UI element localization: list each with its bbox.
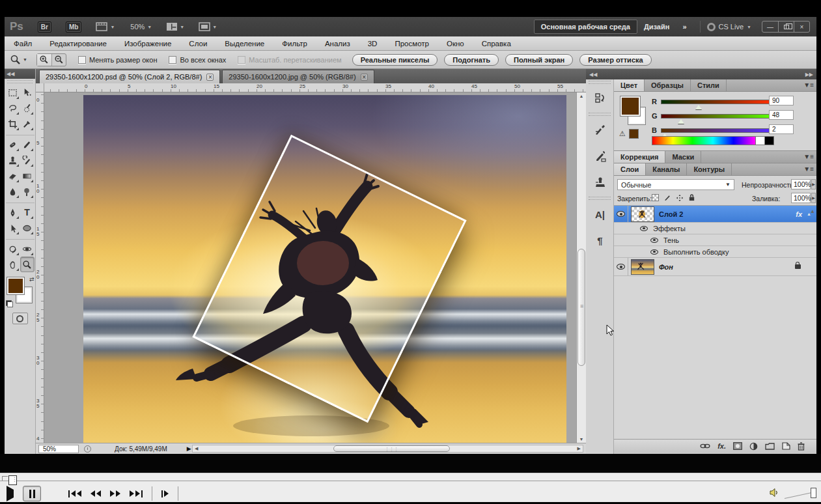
- layer-row-background[interactable]: Фон: [614, 258, 816, 276]
- lasso-tool[interactable]: [6, 100, 20, 116]
- scrollbar-thumb[interactable]: [577, 249, 585, 366]
- minimize-button[interactable]: —: [762, 21, 778, 32]
- fill-spinner[interactable]: ▶: [811, 193, 816, 203]
- canvas-horizontal-scrollbar[interactable]: ◀ ⋮⋮⋮ ▶: [192, 445, 583, 453]
- arrange-documents-button[interactable]: ▼: [166, 22, 184, 31]
- default-colors-icon[interactable]: [6, 300, 12, 306]
- menu-select[interactable]: Выделение: [225, 40, 264, 48]
- document-tab-inactive[interactable]: 29350-1600x1200.jpg @ 50% (RGB/8#) ×: [222, 70, 374, 83]
- scroll-left-icon[interactable]: ◀: [195, 446, 198, 451]
- history-panel-button[interactable]: [586, 85, 614, 111]
- bridge-button[interactable]: Br: [38, 21, 51, 33]
- add-mask-button[interactable]: [733, 442, 742, 450]
- menu-file[interactable]: Файл: [14, 40, 32, 48]
- gamut-color-swatch[interactable]: [630, 130, 638, 138]
- blue-value-field[interactable]: 2: [769, 124, 794, 134]
- resize-windows-checkbox[interactable]: Менять размер окон: [78, 56, 158, 64]
- scroll-up-icon[interactable]: ▲: [577, 94, 586, 98]
- skip-start-button[interactable]: [68, 490, 81, 497]
- dodge-tool[interactable]: [20, 184, 35, 199]
- tab-paths[interactable]: Контуры: [687, 163, 732, 175]
- tools-panel-header[interactable]: ◀◀: [5, 69, 35, 79]
- shadow-effect-row[interactable]: Тень: [614, 234, 816, 246]
- menu-view[interactable]: Просмотр: [395, 40, 429, 48]
- eyedropper-tool[interactable]: [20, 116, 35, 132]
- clone-stamp-tool[interactable]: [6, 152, 20, 168]
- marquee-tool[interactable]: [6, 85, 20, 100]
- layer-row-layer2[interactable]: Слой 2 fx ▲: [614, 206, 816, 223]
- foreground-color-swatch[interactable]: [620, 96, 640, 116]
- pause-button[interactable]: [23, 486, 41, 501]
- close-icon[interactable]: ×: [361, 74, 368, 81]
- menu-window[interactable]: Окно: [447, 40, 464, 48]
- canvas-vertical-scrollbar[interactable]: ▲ ▼: [576, 92, 586, 443]
- opacity-spinner[interactable]: ▶: [811, 179, 816, 189]
- pen-tool[interactable]: [6, 204, 20, 220]
- path-selection-tool[interactable]: [6, 220, 20, 236]
- tab-adjustments[interactable]: Коррекция: [614, 151, 665, 163]
- view-extras-button[interactable]: ▼: [96, 22, 115, 32]
- new-layer-button[interactable]: [782, 442, 790, 450]
- skip-end-button[interactable]: [130, 490, 143, 497]
- eraser-tool[interactable]: [6, 168, 20, 184]
- zoom-level-dropdown[interactable]: 50% ▼: [130, 23, 152, 31]
- workspace-button-primary[interactable]: Основная рабочая среда: [534, 20, 637, 34]
- foreground-color-swatch[interactable]: [7, 277, 24, 294]
- drag-handle[interactable]: [589, 113, 611, 116]
- actual-pixels-button[interactable]: Реальные пикселы: [352, 54, 438, 66]
- volume-handle[interactable]: [811, 488, 816, 498]
- seek-handle[interactable]: [8, 475, 17, 485]
- mini-bridge-button[interactable]: Mb: [66, 21, 81, 33]
- canvas[interactable]: [44, 92, 576, 443]
- panel-menu-icon[interactable]: ▼≡: [803, 81, 814, 89]
- step-forward-button[interactable]: [161, 490, 169, 497]
- tab-layers[interactable]: Слои: [614, 163, 646, 175]
- zoom-tool[interactable]: [20, 257, 35, 272]
- green-slider[interactable]: [661, 114, 772, 119]
- visibility-cell[interactable]: [614, 258, 628, 275]
- play-button[interactable]: [7, 490, 14, 497]
- quick-selection-tool[interactable]: [20, 100, 35, 116]
- link-layers-button[interactable]: [700, 443, 710, 449]
- speaker-icon[interactable]: [770, 488, 780, 497]
- close-icon[interactable]: ×: [206, 74, 214, 81]
- panel-scroll-up-icon[interactable]: ▲: [810, 208, 815, 214]
- cs-live-button[interactable]: CS Live ▼: [707, 23, 751, 31]
- healing-brush-tool[interactable]: [6, 137, 20, 152]
- quick-mask-button[interactable]: [12, 313, 28, 324]
- color-spectrum-ramp[interactable]: [652, 136, 774, 145]
- move-tool[interactable]: [20, 85, 35, 100]
- menu-3d[interactable]: 3D: [368, 40, 378, 48]
- eye-icon[interactable]: [650, 238, 658, 243]
- workspace-button-design[interactable]: Дизайн: [637, 20, 676, 33]
- paragraph-panel-button[interactable]: ¶: [586, 227, 614, 253]
- zoom-out-button[interactable]: [51, 54, 66, 66]
- gradient-tool[interactable]: [20, 168, 35, 184]
- ellipse-shape-tool[interactable]: [20, 220, 35, 236]
- menu-edit[interactable]: Редактирование: [49, 40, 107, 48]
- brush-tool[interactable]: [20, 137, 35, 152]
- crop-tool[interactable]: [6, 116, 20, 132]
- menu-analysis[interactable]: Анализ: [325, 40, 350, 48]
- drag-handle[interactable]: [589, 81, 611, 84]
- tab-swatches[interactable]: Образцы: [645, 79, 691, 91]
- white-chip[interactable]: [755, 137, 764, 145]
- lock-all-icon[interactable]: [688, 193, 695, 202]
- tab-channels[interactable]: Каналы: [646, 163, 687, 175]
- layer-name[interactable]: Слой 2: [659, 210, 683, 218]
- delete-layer-button[interactable]: [798, 442, 805, 451]
- layer-style-button[interactable]: fx.: [717, 442, 726, 450]
- menu-help[interactable]: Справка: [482, 40, 511, 48]
- tab-styles[interactable]: Стили: [691, 79, 727, 91]
- adjustment-layer-button[interactable]: [749, 442, 758, 451]
- status-flyout-icon[interactable]: ▶: [187, 445, 191, 452]
- stroke-effect-row[interactable]: Выполнить обводку: [614, 246, 816, 258]
- volume-slider[interactable]: [785, 492, 813, 499]
- effects-row[interactable]: Эффекты: [614, 223, 816, 234]
- character-panel-button[interactable]: A|: [586, 201, 614, 227]
- 3d-orbit-tool[interactable]: [20, 241, 35, 257]
- layer-name[interactable]: Фон: [659, 263, 673, 271]
- forward-button[interactable]: [110, 490, 120, 497]
- tab-color[interactable]: Цвет: [614, 79, 645, 91]
- close-button[interactable]: ×: [794, 21, 809, 32]
